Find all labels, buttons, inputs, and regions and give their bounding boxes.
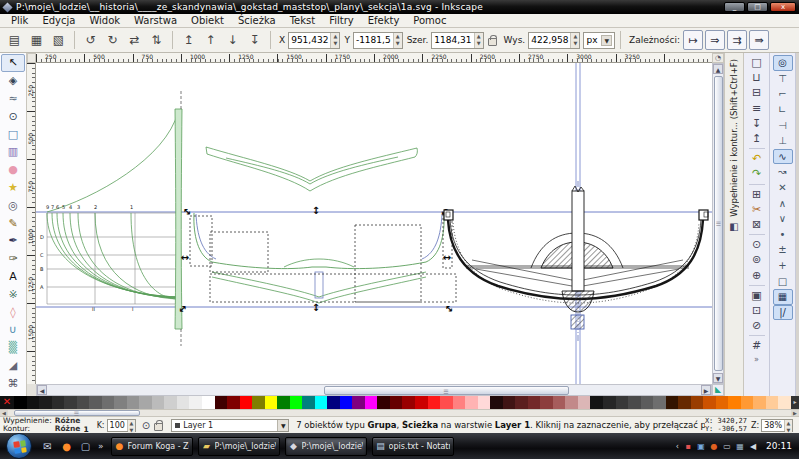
- clone-icon[interactable]: ⊡: [746, 303, 768, 318]
- lower-to-bottom-icon[interactable]: ↧: [244, 30, 265, 51]
- color-swatch[interactable]: [215, 396, 228, 409]
- x-input[interactable]: 951,432▲▼: [288, 32, 340, 49]
- height-input[interactable]: 422,958▲▼: [528, 32, 580, 49]
- redo-icon[interactable]: ↷: [746, 166, 768, 181]
- vertical-scrollbar[interactable]: ▲ ☰ ▼: [712, 63, 724, 384]
- snap-nodes-icon[interactable]: ∿: [773, 149, 793, 165]
- color-swatch[interactable]: [390, 396, 403, 409]
- paste-icon[interactable]: ⊠: [746, 217, 768, 232]
- cut-icon[interactable]: ✂: [746, 202, 768, 217]
- close-button[interactable]: x: [770, 2, 796, 12]
- color-swatch[interactable]: [603, 396, 616, 409]
- gradient-tool-icon[interactable]: ▒: [1, 339, 25, 357]
- node-tool-icon[interactable]: ◈: [1, 72, 25, 90]
- color-swatch[interactable]: [778, 396, 791, 409]
- image-icon[interactable]: ▧: [48, 30, 69, 51]
- color-swatch[interactable]: [553, 396, 566, 409]
- color-swatch[interactable]: [315, 396, 328, 409]
- calligraphy-tool-icon[interactable]: ✑: [1, 250, 25, 268]
- color-swatch[interactable]: [741, 396, 754, 409]
- snap-midpoint-icon[interactable]: •: [773, 227, 793, 243]
- color-swatch[interactable]: [114, 396, 127, 409]
- spray-tool-icon[interactable]: ※: [1, 285, 25, 303]
- snap-bbox-midpoint-icon[interactable]: ⊣: [773, 117, 793, 133]
- color-swatch[interactable]: [678, 396, 691, 409]
- connector-tool-icon[interactable]: ⌘: [1, 374, 25, 392]
- color-swatch[interactable]: [515, 396, 528, 409]
- menu-item-obiekt[interactable]: Obiekt: [184, 14, 231, 27]
- cms-toggle-icon[interactable]: ◔: [712, 53, 724, 63]
- no-color-swatch[interactable]: ✕: [0, 396, 14, 409]
- layer-lock-icon[interactable]: [154, 423, 163, 431]
- new-document-icon[interactable]: □: [746, 55, 768, 70]
- color-swatch[interactable]: [52, 396, 65, 409]
- rotate-ccw-icon[interactable]: ↺: [80, 30, 101, 51]
- quicklaunch-mail-icon[interactable]: ✉: [40, 439, 55, 454]
- title-bar[interactable]: P:\moje\_lodzie\__historia\____ze_skandy…: [0, 0, 799, 14]
- menu-item-plik[interactable]: Plik: [4, 14, 35, 27]
- color-swatch[interactable]: [578, 396, 591, 409]
- tray-display-icon[interactable]: ▭: [722, 441, 732, 451]
- snap-page-border-icon[interactable]: □: [773, 273, 793, 289]
- pen-tool-icon[interactable]: ✒: [1, 232, 25, 250]
- color-swatch[interactable]: [27, 396, 40, 409]
- color-swatch[interactable]: [490, 396, 503, 409]
- commands-overflow-chevron[interactable]: »: [754, 355, 759, 364]
- canvas-drawing[interactable]: 97654321DCBAIII: [36, 63, 712, 384]
- selected-hull-section[interactable]: [190, 213, 456, 303]
- quicklaunch-overflow-chevron[interactable]: »: [98, 441, 104, 451]
- table-icon[interactable]: ▦: [26, 30, 47, 51]
- scroll-left-arrow[interactable]: ◀: [37, 385, 47, 395]
- menu-item-sciezka[interactable]: Ścieżka: [231, 14, 283, 27]
- canvas-corner-icon[interactable]: ◣: [712, 384, 724, 396]
- color-swatch[interactable]: [728, 396, 741, 409]
- snap-bbox-center-icon[interactable]: ⊥: [773, 133, 793, 149]
- color-swatch[interactable]: [77, 396, 90, 409]
- color-swatch[interactable]: [290, 396, 303, 409]
- layer-dropdown-arrow[interactable]: ▼: [277, 420, 288, 431]
- color-swatch[interactable]: [703, 396, 716, 409]
- menu-item-efekty[interactable]: Efekty: [361, 14, 407, 27]
- paste-icon[interactable]: ▤: [4, 30, 25, 51]
- color-swatch[interactable]: [753, 396, 766, 409]
- selection-handles[interactable]: ↔ ↔ ↔ ↔ ↕ ↕ ↔ ↔: [176, 205, 457, 316]
- raise-icon[interactable]: ↑: [200, 30, 221, 51]
- menu-item-filtry[interactable]: Filtry: [322, 14, 361, 27]
- opacity-input[interactable]: 100 ▲▼: [107, 419, 136, 432]
- spiral-tool-icon[interactable]: ◎: [1, 196, 25, 214]
- affect-gradient-icon[interactable]: ⇛: [749, 30, 769, 50]
- color-swatch[interactable]: [716, 396, 729, 409]
- fill-stroke-panel-tab[interactable]: Wypełnienie i kontur... (Shift+Ctrl+F) ◧: [724, 53, 744, 396]
- star-tool-icon[interactable]: ★: [1, 179, 25, 197]
- vertical-ruler[interactable]: 250500750100012501500: [27, 63, 36, 384]
- menu-item-tekst[interactable]: Tekst: [283, 14, 322, 27]
- color-swatch[interactable]: [478, 396, 491, 409]
- xml-editor-icon[interactable]: #: [746, 338, 768, 353]
- print-icon[interactable]: ≡: [746, 101, 768, 116]
- color-swatch[interactable]: [666, 396, 679, 409]
- color-swatch[interactable]: [227, 396, 240, 409]
- tray-messenger-icon[interactable]: ▪: [683, 441, 693, 451]
- zoom-tool-icon[interactable]: ⊙: [1, 107, 25, 125]
- affect-corners-icon[interactable]: ⇉: [727, 30, 747, 50]
- tray-volume-icon[interactable]: ◀: [748, 441, 758, 451]
- color-swatch[interactable]: [691, 396, 704, 409]
- snap-enable-icon[interactable]: ◎: [773, 55, 793, 71]
- snap-path-icon[interactable]: ↝: [773, 164, 793, 180]
- start-button[interactable]: [6, 433, 32, 459]
- maximize-button[interactable]: □: [747, 2, 768, 12]
- import-icon[interactable]: ↧: [746, 116, 768, 131]
- horizontal-scrollbar[interactable]: ◀ ☰ ▶: [36, 384, 712, 396]
- palette-scrollbar[interactable]: ◀ ☰ ▶: [0, 409, 799, 416]
- snap-grid-icon[interactable]: ▦: [773, 289, 793, 305]
- snap-path-intersection-icon[interactable]: ✕: [773, 180, 793, 196]
- color-swatch[interactable]: [528, 396, 541, 409]
- horizontal-ruler[interactable]: 2505007501000125015001750200022502500275…: [36, 53, 712, 63]
- wing-outline[interactable]: [206, 147, 417, 191]
- color-swatch[interactable]: [377, 396, 390, 409]
- copy-icon[interactable]: ⊞: [746, 187, 768, 202]
- color-swatch[interactable]: [428, 396, 441, 409]
- pencil-tool-icon[interactable]: ✎: [1, 214, 25, 232]
- color-swatch[interactable]: [240, 396, 253, 409]
- taskbar-button-explorer[interactable]: ▰P:\moje\_lodzie\_h...: [198, 437, 280, 456]
